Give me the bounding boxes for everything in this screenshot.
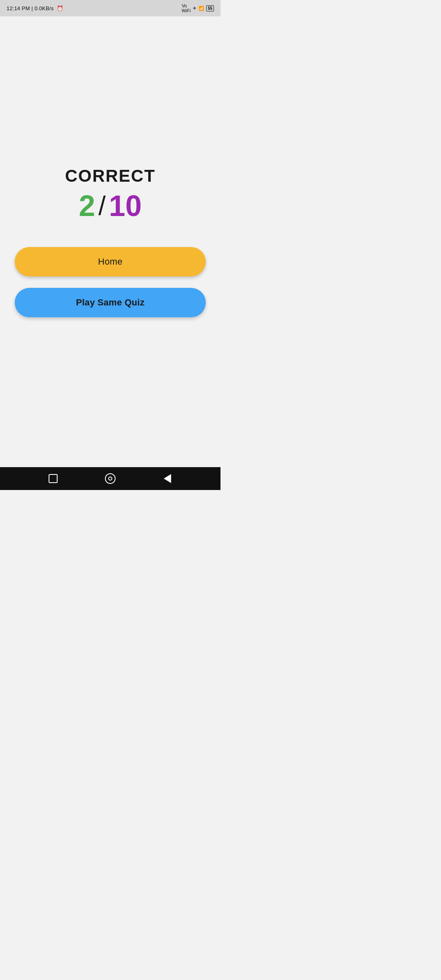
correct-label: CORRECT — [65, 166, 156, 186]
play-same-quiz-button[interactable]: Play Same Quiz — [15, 288, 206, 317]
alarm-icon: ⏰ — [57, 5, 63, 11]
back-icon — [164, 474, 171, 483]
navigation-bar — [0, 467, 220, 490]
score-section: CORRECT 2 / 10 — [65, 166, 156, 223]
score-separator: / — [98, 193, 106, 219]
battery-level: 55 — [208, 6, 212, 11]
home-nav-icon — [105, 473, 116, 484]
score-correct-number: 2 — [79, 189, 95, 223]
status-bar: 12:14 PM | 0.0KB/s ⏰ VoWiFi ✈ 📶 55 — [0, 0, 220, 16]
status-time-network: 12:14 PM | 0.0KB/s ⏰ — [7, 5, 63, 11]
recents-icon — [49, 474, 58, 483]
nav-home-button[interactable] — [105, 473, 116, 484]
status-network: 0.0KB/s — [34, 5, 53, 11]
vowifi-icon: VoWiFi — [182, 3, 191, 13]
airplane-icon: ✈ — [193, 6, 196, 11]
buttons-section: Home Play Same Quiz — [15, 247, 206, 317]
battery-icon: 55 — [206, 5, 214, 11]
status-time: 12:14 PM — [7, 5, 30, 11]
score-total-number: 10 — [109, 189, 142, 223]
nav-back-button[interactable] — [162, 473, 173, 484]
status-icons: VoWiFi ✈ 📶 55 — [182, 3, 214, 13]
main-content: CORRECT 2 / 10 Home Play Same Quiz — [0, 16, 220, 467]
score-display: 2 / 10 — [79, 189, 142, 223]
wifi-icon: 📶 — [198, 6, 204, 11]
nav-recents-button[interactable] — [47, 473, 59, 484]
home-button[interactable]: Home — [15, 247, 206, 276]
